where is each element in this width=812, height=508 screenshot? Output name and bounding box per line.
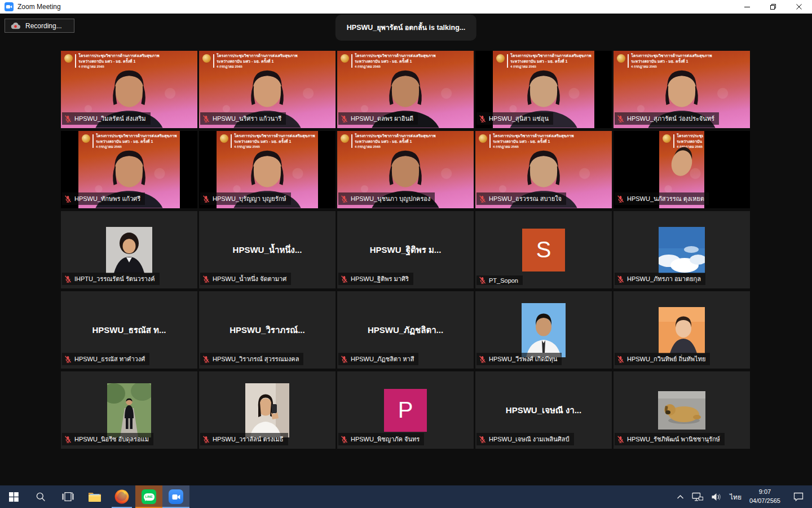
participant-name-label: PT_Sopon (476, 275, 523, 285)
participant-name-label: HPSWU_วีรพงศ์ เกิดมีทุน (476, 353, 562, 365)
participant-tile[interactable]: โครงการประชุมวิชาการด้านการส่งเสริมสุขภา… (614, 131, 750, 208)
participant-name: HPSWU_บุรัญญา บุญยรักษ์ (213, 194, 286, 204)
participant-tile[interactable]: HPSWU_วิราภรณ์...HPSWU_วิราภรณ์ สุวรรณมง… (199, 291, 336, 369)
participant-name-label: HPSWU_ภัฏชลิตา หาสี (338, 353, 418, 365)
participant-name: HPSWU_อรวรรณ สบายใจ (489, 194, 562, 204)
participant-tile[interactable]: IHPTU_วรรณรัตน์ รัตนวรางค์ (61, 211, 197, 288)
action-center-button[interactable] (788, 485, 809, 508)
participant-name-label: HPSWU_ดลพร ผาอินดี (338, 112, 418, 125)
participant-tile[interactable]: PHPSWU_พิชญาภัค จันทร (337, 371, 474, 449)
participant-grid: โครงการประชุมวิชาการด้านการส่งเสริมสุขภา… (61, 51, 750, 449)
participant-tile[interactable]: HPSWU_นิอรีซ อับดุลรอแม (61, 371, 197, 449)
participant-name: HPSWU_วิมลรัตน์ ส่งเสริม (74, 113, 146, 124)
restore-button[interactable] (760, 0, 786, 14)
banner-divider (92, 134, 94, 148)
mic-off-icon (341, 275, 348, 283)
participant-tile[interactable]: HPSWU_ภัทรภา อมาตยกุล (614, 211, 750, 288)
participant-tile[interactable]: HPSWU_ภัฏชลิตา...HPSWU_ภัฏชลิตา หาสี (337, 291, 474, 369)
participant-tile[interactable]: SPT_Sopon (475, 211, 612, 288)
participant-name: HPSWU_สุภารัตน์ ว่องประจันทร์ (627, 113, 714, 124)
event-logo-icon (202, 54, 211, 63)
participant-tile[interactable]: HPSWU_เจษณี งา...HPSWU_เจษณี งามเพลินศิล… (475, 371, 612, 449)
participant-name-label: HPSWU_กวินทิพย์ ถิ่นทัพไทย (615, 353, 710, 365)
zoom-taskbar-button[interactable] (162, 485, 189, 508)
participant-tile[interactable]: HPSWU_วราลัลน์ ตรงเมธี (199, 371, 336, 449)
search-button[interactable] (27, 485, 54, 508)
zoom-icon (169, 489, 183, 504)
close-button[interactable] (786, 0, 812, 14)
language-indicator[interactable]: ไทย (730, 492, 742, 502)
chevron-up-icon[interactable] (677, 494, 684, 500)
minimize-button[interactable] (734, 0, 760, 14)
window-controls (734, 0, 812, 14)
participant-name-label: HPSWU_สุนิสา แซ่อุน (476, 112, 553, 125)
participant-tile[interactable]: โครงการประชุมวิชาการด้านการส่งเสริมสุขภา… (337, 51, 474, 128)
banner-divider (673, 134, 674, 148)
mic-off-icon (341, 436, 348, 443)
event-logo-icon (663, 134, 671, 143)
firefox-button[interactable] (108, 485, 135, 508)
participant-name: HPSWU_นิอรีซ อับดุลรอแม (74, 434, 149, 444)
participant-tile[interactable]: HPSWU_รัชภิพัฒน์ พานิชชานุรักษ์ (614, 371, 750, 449)
participant-tile[interactable]: โครงการประชุมวิชาการด้านการส่งเสริมสุขภา… (337, 131, 474, 208)
banner-divider (507, 54, 508, 68)
participant-tile[interactable]: HPSWU_ธรณัส ท...HPSWU_ธรณัส ทาคำวงศ์ (61, 291, 197, 369)
participant-name-label: HPSWU_อรวรรณ สบายใจ (476, 192, 566, 205)
volume-icon[interactable] (711, 493, 722, 501)
mic-off-icon (202, 195, 210, 203)
mic-off-icon (617, 436, 624, 443)
participant-name-label: HPSWU_นริศรา แก้วนารี (200, 112, 286, 125)
banner-text: โครงการประชุมวิชาการด้านการส่งเสริมสุขภา… (677, 133, 703, 150)
mic-off-icon (617, 356, 624, 363)
recording-label: Recording... (25, 22, 62, 30)
clock-time: 9:07 (749, 488, 780, 497)
participant-name: HPSWU_ภัฏชลิตา หาสี (351, 354, 414, 364)
line-button[interactable]: LINE (135, 485, 162, 508)
participant-name: HPSWU_เจษณี งามเพลินศิลป์ (489, 434, 570, 444)
taskbar-clock[interactable]: 9:07 04/07/2565 (749, 488, 780, 506)
participant-name: HPSWU_วีรพงศ์ เกิดมีทุน (489, 354, 557, 364)
virtual-background-banner: โครงการประชุมวิชาการด้านการส่งเสริมสุขภา… (663, 133, 703, 150)
mic-off-icon (202, 115, 210, 122)
mic-off-icon (341, 195, 348, 203)
participant-tile[interactable]: โครงการประชุมวิชาการด้านการส่งเสริมสุขภา… (475, 131, 612, 208)
participant-tile[interactable]: โครงการประชุมวิชาการด้านการส่งเสริมสุขภา… (199, 131, 336, 208)
mic-off-icon (479, 436, 486, 443)
mic-off-icon (64, 436, 72, 443)
task-view-button[interactable] (54, 485, 81, 508)
mic-off-icon (202, 356, 210, 363)
file-explorer-button[interactable] (81, 485, 108, 508)
participant-tile[interactable]: HPSWU_วีรพงศ์ เกิดมีทุน (475, 291, 612, 369)
participant-tile[interactable]: โครงการประชุมวิชาการด้านการส่งเสริมสุขภา… (61, 131, 197, 208)
banner-divider (75, 54, 76, 68)
cloud-recording-icon (11, 23, 20, 29)
participant-name: IHPTU_วรรณรัตน์ รัตนวรางค์ (74, 274, 155, 284)
participant-tile[interactable]: โครงการประชุมวิชาการด้านการส่งเสริมสุขภา… (61, 51, 197, 128)
participant-name-label: HPSWU_พิชญาภัค จันทร (338, 433, 424, 445)
start-button[interactable] (0, 485, 27, 508)
window-title: Zoom Meeting (17, 3, 61, 11)
mic-off-icon (341, 356, 348, 363)
participant-name-label: HPSWU_ทักษพร แก้วศรี (62, 192, 145, 205)
participant-tile[interactable]: โครงการประชุมวิชาการด้านการส่งเสริมสุขภา… (475, 51, 612, 128)
participant-name-label: HPSWU_ภัทรภา อมาตยกุล (615, 273, 705, 285)
recording-indicator[interactable]: Recording... (5, 19, 74, 33)
participant-name: HPSWU_วราลัลน์ ตรงเมธี (213, 434, 284, 444)
participant-tile[interactable]: โครงการประชุมวิชาการด้านการส่งเสริมสุขภา… (199, 51, 336, 128)
taskbar: LINE ไทย 9:07 04/07/2565 (0, 485, 812, 508)
participant-tile[interactable]: HPSWU_กวินทิพย์ ถิ่นทัพไทย (614, 291, 750, 369)
participant-tile[interactable]: HPSWU_น้ำหนึ่ง...HPSWU_น้ำหนึ่ง จัดตามาศ (199, 211, 336, 288)
participant-name: HPSWU_รัชภิพัฒน์ พานิชชานุรักษ์ (627, 434, 720, 444)
participant-letter-avatar: P (384, 389, 427, 432)
participant-name-label: HPSWU_รัชภิพัฒน์ พานิชชานุรักษ์ (615, 433, 725, 445)
participant-name: HPSWU_น้ำหนึ่ง จัดตามาศ (213, 274, 286, 284)
mic-off-icon (64, 115, 72, 122)
participant-tile[interactable]: HPSWU_ฐิติพร ม...HPSWU_ฐิติพร มาศิริ (337, 211, 474, 288)
participant-name-label: HPSWU_บุรัญญา บุญยรักษ์ (200, 192, 291, 205)
mic-off-icon (64, 356, 72, 363)
participant-tile[interactable]: โครงการประชุมวิชาการด้านการส่งเสริมสุขภา… (614, 51, 750, 128)
participant-name: HPSWU_ภัทรภา อมาตยกุล (627, 274, 701, 284)
network-icon[interactable] (692, 492, 703, 501)
zoom-app-icon (5, 2, 14, 11)
banner-divider (231, 134, 232, 148)
